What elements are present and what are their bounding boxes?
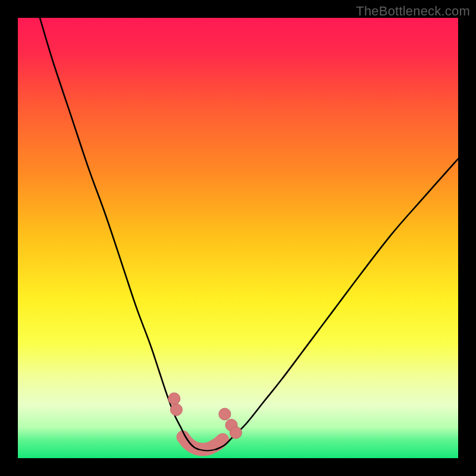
marker-2 bbox=[219, 408, 231, 420]
chart-frame: TheBottleneck.com bbox=[0, 0, 476, 476]
watermark-text: TheBottleneck.com bbox=[356, 4, 470, 19]
plot-area bbox=[18, 18, 458, 458]
bottleneck-curves bbox=[40, 18, 458, 450]
curve-right-curve bbox=[216, 159, 458, 449]
chart-canvas bbox=[18, 18, 458, 458]
curve-left-curve bbox=[40, 18, 198, 449]
valley-band bbox=[183, 437, 223, 449]
marker-1 bbox=[170, 404, 182, 416]
marker-4 bbox=[230, 427, 242, 439]
marker-0 bbox=[168, 393, 180, 405]
